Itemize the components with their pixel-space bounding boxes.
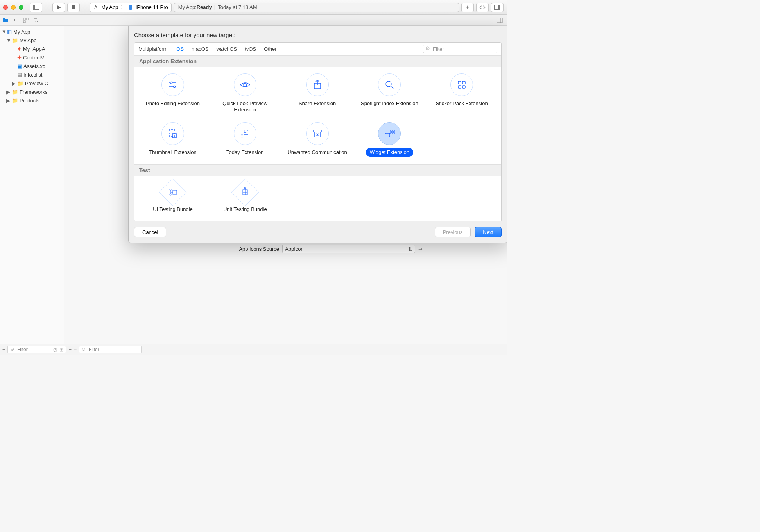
template-photo-editing[interactable]: Photo Editing Extension <box>138 73 207 114</box>
search-icon <box>378 73 401 96</box>
add-item-button[interactable]: + <box>2 347 5 352</box>
svg-line-26 <box>391 86 393 89</box>
file-swift-2[interactable]: ✦ContentV <box>0 53 64 62</box>
sheet-title: Choose a template for your new target: <box>134 32 502 38</box>
svg-rect-46 <box>393 132 394 134</box>
tab-other[interactable]: Other <box>264 46 277 52</box>
cancel-button[interactable]: Cancel <box>134 227 166 237</box>
app-icons-source-label: App Icons Source <box>228 246 279 252</box>
template-sticker-pack[interactable]: Sticker Pack Extension <box>427 73 496 114</box>
svg-rect-13 <box>497 18 502 23</box>
template-filter[interactable]: Filter <box>423 45 497 53</box>
svg-rect-27 <box>458 81 461 84</box>
eye-icon <box>234 73 256 96</box>
archive-x-icon <box>306 122 329 145</box>
project-root[interactable]: ▼◧My App <box>0 27 64 36</box>
navigator-filter[interactable]: Filter ◷ ⊞ <box>7 346 66 353</box>
symbol-navigator-icon[interactable] <box>23 17 29 23</box>
inspector-toggle-icon[interactable] <box>497 17 503 23</box>
filter-icon <box>82 347 86 352</box>
filter-icon <box>10 347 15 352</box>
template-ui-testing[interactable]: UI Testing Bundle <box>138 182 207 214</box>
diamond-unit-test-icon <box>231 178 259 206</box>
code-review-button[interactable] <box>476 3 489 12</box>
widget-icon <box>378 122 401 145</box>
stop-button[interactable] <box>67 3 80 12</box>
bottom-bar: + Filter ◷ ⊞ + − Filter <box>0 344 507 355</box>
svg-rect-42 <box>385 133 390 137</box>
previous-button[interactable]: Previous <box>435 227 471 237</box>
svg-marker-2 <box>57 5 61 10</box>
svg-rect-32 <box>172 134 176 138</box>
template-unit-testing[interactable]: Unit Testing Bundle <box>211 182 280 214</box>
source-control-navigator-icon[interactable] <box>13 17 19 23</box>
section-application-extension: Application Extension <box>134 55 501 67</box>
svg-rect-29 <box>458 86 461 88</box>
group-products[interactable]: ▶📁Products <box>0 96 64 105</box>
app-icon: A̲ <box>93 5 99 10</box>
project-navigator-icon[interactable] <box>2 17 9 23</box>
project-navigator: ▼◧My App ▼📁My App ✦My_AppA ✦ContentV ▣As… <box>0 26 64 344</box>
add-target-button[interactable]: + <box>461 3 474 12</box>
group-frameworks[interactable]: ▶📁Frameworks <box>0 87 64 96</box>
template-share[interactable]: Share Extension <box>283 73 352 114</box>
chevron-updown-icon: ⇅ <box>408 246 412 252</box>
template-widget-extension[interactable]: Widget Extension <box>355 122 424 157</box>
template-thumbnail[interactable]: Thumbnail Extension <box>138 122 207 157</box>
svg-text:17: 17 <box>244 129 248 134</box>
svg-rect-10 <box>23 21 25 23</box>
new-target-sheet: Choose a template for your new target: M… <box>128 26 507 243</box>
template-today[interactable]: 17 Today Extension <box>211 122 280 157</box>
template-quick-look[interactable]: Quick Look Preview Extension <box>211 73 280 114</box>
toggle-left-panel-button[interactable] <box>30 3 42 12</box>
svg-point-11 <box>34 18 37 21</box>
run-button[interactable] <box>52 3 65 12</box>
tab-macos[interactable]: macOS <box>192 46 208 52</box>
svg-rect-30 <box>462 86 465 88</box>
svg-point-36 <box>241 137 242 138</box>
platform-tabs: Multiplatform iOS macOS watchOS tvOS Oth… <box>134 42 502 55</box>
scheme-device-label: iPhone 11 Pro <box>136 4 168 10</box>
file-swift-1[interactable]: ✦My_AppA <box>0 45 64 53</box>
close-window-icon[interactable] <box>3 5 8 10</box>
window-controls <box>3 5 23 10</box>
minimize-window-icon[interactable] <box>11 5 16 10</box>
recent-icon[interactable]: ◷ <box>53 347 57 352</box>
svg-rect-5 <box>129 5 132 10</box>
group-my-app[interactable]: ▼📁My App <box>0 36 64 45</box>
scheme-app-label: My App <box>101 4 118 10</box>
svg-line-12 <box>37 21 38 23</box>
svg-rect-8 <box>23 18 25 20</box>
grid-icon <box>450 73 473 96</box>
status-prefix: My App: <box>178 4 197 10</box>
group-preview[interactable]: ▶📁Preview C <box>0 79 64 87</box>
status-state: Ready <box>197 4 212 10</box>
svg-point-48 <box>170 194 171 195</box>
toggle-right-panel-button[interactable] <box>491 3 504 12</box>
svg-rect-1 <box>33 5 35 9</box>
svg-rect-9 <box>26 18 28 20</box>
tab-watchos[interactable]: watchOS <box>216 46 237 52</box>
add-button-editor[interactable]: + <box>69 347 72 352</box>
find-navigator-icon[interactable] <box>33 17 39 23</box>
template-spotlight[interactable]: Spotlight Index Extension <box>355 73 424 114</box>
zoom-window-icon[interactable] <box>19 5 23 10</box>
file-assets[interactable]: ▣Assets.xc <box>0 62 64 70</box>
file-plist[interactable]: ▤Info.plist <box>0 70 64 79</box>
editor-area: ld Rules Supports multiple windows Confi… <box>64 26 507 344</box>
editor-filter[interactable]: Filter <box>79 346 142 353</box>
app-icons-source-select[interactable]: AppIcon ⇅ <box>282 245 415 253</box>
svg-point-34 <box>241 134 242 136</box>
scm-icon[interactable]: ⊞ <box>59 347 63 352</box>
scheme-selector[interactable]: A̲ My App 〉 iPhone 11 Pro <box>90 3 172 12</box>
arrow-icon: ➔ <box>418 246 423 252</box>
tab-ios[interactable]: iOS <box>175 46 184 52</box>
next-button[interactable]: Next <box>475 227 502 237</box>
tab-multiplatform[interactable]: Multiplatform <box>138 46 167 52</box>
template-unwanted-communication[interactable]: Unwanted Communication <box>283 122 352 157</box>
svg-rect-43 <box>391 130 392 132</box>
remove-button-editor[interactable]: − <box>74 347 77 352</box>
tab-tvos[interactable]: tvOS <box>245 46 256 52</box>
device-icon <box>128 5 133 10</box>
share-icon <box>306 73 329 96</box>
